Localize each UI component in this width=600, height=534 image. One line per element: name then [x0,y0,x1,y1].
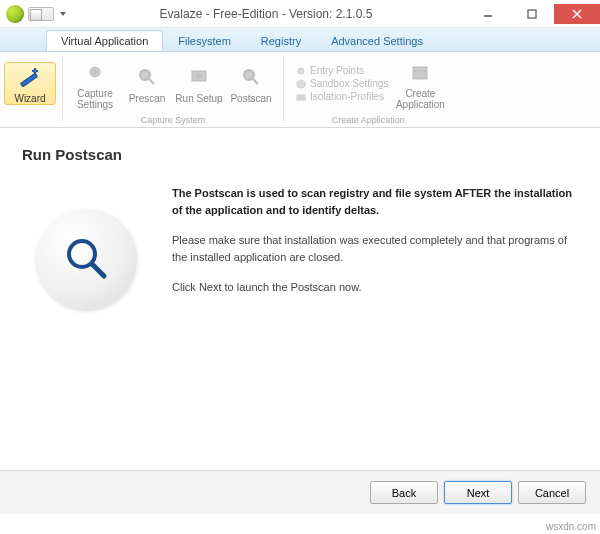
svg-line-18 [92,264,104,276]
ribbon-run-setup-button[interactable]: Run Setup [173,63,225,104]
ribbon-label: Capture Settings [69,88,121,110]
magnifier-icon [133,63,161,91]
svg-point-12 [298,68,304,74]
back-button[interactable]: Back [370,481,438,504]
ribbon-group-label: Capture System [65,115,281,127]
cancel-button[interactable]: Cancel [518,481,586,504]
next-button[interactable]: Next [444,481,512,504]
ribbon-group-wizard: Wizard [0,52,60,127]
paragraph-2: Please make sure that installation was e… [172,232,578,265]
app-icon [6,5,24,23]
tab-virtual-application[interactable]: Virtual Application [46,30,163,51]
svg-point-7 [140,70,150,80]
svg-rect-13 [297,95,305,97]
quick-access-toggle[interactable] [28,7,54,21]
ribbon-group-label [0,115,60,127]
ribbon-wizard-label: Wizard [14,93,45,104]
svg-rect-1 [528,10,536,18]
run-icon [185,63,213,91]
watermark: wsxdn.com [546,521,596,532]
svg-line-8 [149,79,154,84]
ribbon: Wizard Capture Settings Prescan Run Setu… [0,52,600,128]
ribbon-group-create-application: Entry Points Sandbox Settings Isolation-… [286,52,450,127]
tab-strip: Virtual Application Filesystem Registry … [0,28,600,52]
ribbon-isolation-profiles[interactable]: Isolation-Profiles [296,90,388,103]
ribbon-entry-points[interactable]: Entry Points [296,64,388,77]
tab-registry[interactable]: Registry [246,30,316,51]
paragraph-3: Click Next to launch the Postscan now. [172,279,578,296]
svg-point-6 [93,70,97,74]
ribbon-separator [283,58,284,121]
wand-icon [16,63,44,91]
svg-line-11 [253,79,258,84]
ribbon-separator [62,58,63,121]
svg-rect-15 [413,67,427,79]
ribbon-label: Create Application [394,88,446,110]
content-text: The Postscan is used to scan registry an… [172,185,578,310]
ribbon-create-application-button[interactable]: Create Application [394,58,446,110]
content-illustration [22,185,152,310]
package-icon [406,58,434,86]
ribbon-label: Run Setup [175,93,222,104]
maximize-button[interactable] [510,4,554,24]
tab-advanced-settings[interactable]: Advanced Settings [316,30,438,51]
content-area: Run Postscan The Postscan is used to sca… [0,128,600,470]
ribbon-capture-settings-button[interactable]: Capture Settings [69,58,121,110]
ribbon-group-capture-system: Capture Settings Prescan Run Setup Posts… [65,52,281,127]
svg-rect-14 [297,98,305,100]
magnifier-large-icon [60,232,114,286]
ribbon-wizard-button[interactable]: Wizard [4,62,56,105]
magnifier-icon [237,63,265,91]
ribbon-sandbox-settings[interactable]: Sandbox Settings [296,77,388,90]
gear-icon [81,58,109,86]
ribbon-postscan-button[interactable]: Postscan [225,63,277,104]
titlebar: Evalaze - Free-Edition - Version: 2.1.0.… [0,0,600,28]
wizard-footer: Back Next Cancel [0,470,600,514]
tab-filesystem[interactable]: Filesystem [163,30,246,51]
ribbon-group-label: Create Application [286,115,450,127]
minimize-button[interactable] [466,4,510,24]
window-title: Evalaze - Free-Edition - Version: 2.1.0.… [66,7,466,21]
svg-rect-4 [20,73,37,87]
page-title: Run Postscan [22,146,578,163]
ribbon-label: Postscan [230,93,271,104]
close-button[interactable] [554,4,600,24]
svg-point-10 [244,70,254,80]
intro-paragraph: The Postscan is used to scan registry an… [172,185,578,218]
ribbon-prescan-button[interactable]: Prescan [121,63,173,104]
ribbon-label: Prescan [129,93,166,104]
